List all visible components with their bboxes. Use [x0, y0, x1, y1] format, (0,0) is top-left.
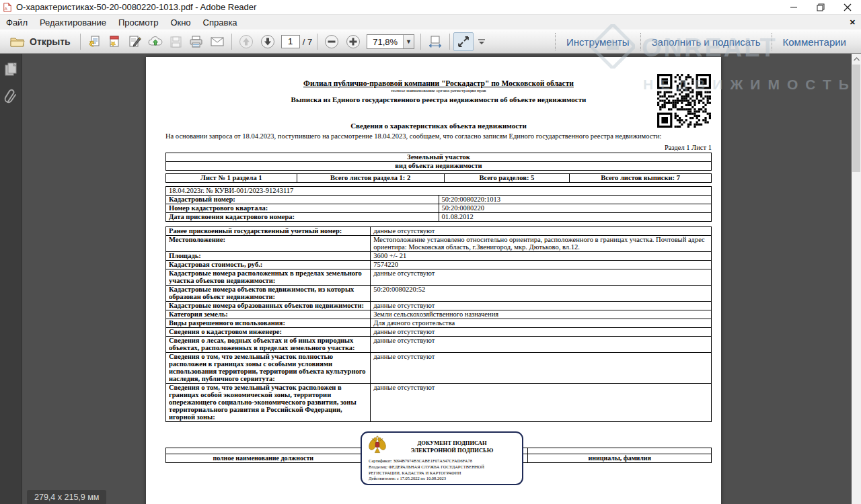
table-row: Номер кадастрового квартала:50:20:008022… [166, 204, 712, 213]
pdf-page[interactable]: Филиал публично-правовой компании "Роска… [146, 57, 721, 504]
table-row: Кадастровые номера расположенных в преде… [166, 269, 712, 286]
zoom-out-button[interactable] [321, 32, 342, 51]
menu-file[interactable]: Файл [0, 16, 34, 29]
table-row: вид объекта недвижимости [166, 162, 712, 171]
row-value: 3600 +/- 21 [371, 252, 712, 261]
sign-icon [128, 35, 141, 48]
row-label: Сведения о том, что земельный участок по… [166, 353, 371, 384]
row-label: Кадастровые номера объектов недвижимости… [166, 286, 371, 302]
document-viewport: Филиал публично-правовой компании "Роска… [0, 54, 861, 504]
fit-width-button[interactable] [424, 32, 446, 51]
request-paragraph: На основании запроса от 18.04.2023, пост… [165, 132, 712, 140]
email-button[interactable] [207, 32, 228, 51]
coat-of-arms-icon [367, 435, 387, 458]
document-title: Выписка из Единого государственного реес… [165, 95, 712, 103]
row-label: Ранее присвоенный государственный учетны… [166, 227, 371, 236]
separator [420, 34, 421, 50]
more-tools-button[interactable] [474, 32, 490, 51]
vertical-scrollbar[interactable] [852, 54, 861, 504]
open-button[interactable]: Открыть [4, 32, 77, 51]
share-icon [87, 35, 101, 48]
diagonal-arrows-icon [457, 35, 470, 48]
share-document-button[interactable] [84, 32, 104, 51]
adobe-pdf-icon: A [3, 3, 12, 12]
stamp-certificate: Сертификат: 3094B7974B3CABE1F07A347CFAD6… [369, 458, 517, 464]
previous-page-button[interactable] [235, 32, 257, 51]
table-row: Кадастровые номера образованных объектов… [166, 302, 712, 310]
table-row: 18.04.2023г. № КУВИ-001/2023-91243117 [166, 187, 712, 196]
menu-bar: Файл Редактирование Просмотр Окно Справк… [0, 15, 861, 30]
separator [449, 34, 450, 50]
minimize-button[interactable] [780, 0, 807, 14]
chevron-down-icon[interactable]: ▼ [403, 35, 414, 48]
identifiers-table: 18.04.2023г. № КУВИ-001/2023-91243117 Ка… [165, 186, 712, 222]
row-label: Местоположение: [166, 236, 371, 252]
row-value: данные отсутствуют [371, 337, 712, 353]
table-row: Площадь:3600 +/- 21 [166, 252, 712, 261]
row-value: Для дачного строительства [371, 319, 712, 328]
row-value: данные отсутствуют [371, 227, 712, 236]
table-row: Виды разрешенного использования:Для дачн… [166, 319, 712, 328]
comments-button[interactable]: Комментарии [772, 30, 857, 53]
save-button[interactable] [166, 32, 186, 51]
page-thumbnails-icon[interactable] [4, 62, 17, 79]
menu-window[interactable]: Окно [164, 16, 196, 29]
row-label: Дата присвоения кадастрового номера: [166, 213, 439, 222]
page-count-label: / 7 [303, 37, 312, 47]
object-type: Земельный участок [166, 153, 712, 162]
email-icon [210, 36, 225, 48]
page-up-icon [239, 34, 254, 49]
stamp-title-line2: ЭЛЕКТРОННОЙ ПОДПИСЬЮ [387, 447, 517, 454]
section-ref: Раздел 1 Лист 1 [165, 144, 712, 151]
row-label: Сведения о кадастровом инженере: [166, 328, 371, 337]
save-icon [170, 36, 182, 48]
pane-close-icon[interactable]: ✕ [850, 18, 856, 27]
print-button[interactable] [186, 32, 207, 51]
create-pdf-button[interactable] [104, 32, 124, 51]
overflow-chevron-icon [477, 38, 486, 46]
separator [80, 34, 81, 50]
table-row: Ранее присвоенный государственный учетны… [166, 227, 712, 236]
scrollbar-thumb[interactable] [852, 65, 860, 172]
row-value: 01.08.2012 [439, 213, 712, 222]
scroll-up-icon[interactable] [852, 54, 861, 64]
close-button[interactable] [834, 0, 861, 14]
menu-view[interactable]: Просмотр [112, 16, 164, 29]
sign-document-button[interactable] [124, 32, 145, 51]
row-value: Земли сельскохозяйственного назначения [371, 310, 712, 319]
row-label: Виды разрешенного использования: [166, 319, 371, 328]
menu-help[interactable]: Справка [197, 16, 244, 29]
tools-button[interactable]: Инструменты [556, 30, 640, 53]
fill-and-sign-button[interactable]: Заполнить и подписать [641, 30, 772, 53]
table-row: Сведения о кадастровом инженере:данные о… [166, 328, 712, 337]
digital-signature-stamp: ДОКУМЕНТ ПОДПИСАН ЭЛЕКТРОННОЙ ПОДПИСЬЮ С… [361, 431, 523, 485]
cloud-upload-button[interactable] [145, 32, 166, 51]
row-value: 50:20:0080220:1013 [439, 196, 712, 204]
create-pdf-icon [108, 35, 121, 48]
request-number: 18.04.2023г. № КУВИ-001/2023-91243117 [166, 187, 712, 196]
restore-button[interactable] [807, 0, 834, 14]
row-label: Сведения о том, что земельный участок ра… [166, 384, 371, 422]
row-label: Номер кадастрового квартала: [166, 204, 439, 213]
zoom-level-select[interactable]: 71,8% ▼ [367, 34, 414, 49]
next-page-button[interactable] [257, 32, 278, 51]
table-row: Сведения о том, что земельный участок ра… [166, 384, 712, 422]
stamp-owner-line2: РЕГИСТРАЦИИ, КАДАСТРА И КАРТОГРАФИИ [369, 470, 517, 476]
table-row: Местоположение:Местоположение установлен… [166, 236, 712, 252]
object-type-caption: вид объекта недвижимости [166, 162, 712, 171]
row-value: Местоположение установлено относительно … [371, 236, 712, 252]
open-button-label: Открыть [30, 36, 71, 47]
attachments-paperclip-icon[interactable] [3, 87, 18, 108]
table-row: Лист № 1 раздела 1 Всего листов раздела … [166, 174, 712, 183]
menu-edit[interactable]: Редактирование [34, 16, 112, 29]
sheets-summary-table: Лист № 1 раздела 1 Всего листов раздела … [165, 173, 712, 183]
row-label: Категория земель: [166, 310, 371, 319]
row-value: 50:20:0080220:52 [371, 286, 712, 302]
page-number-input[interactable]: 1 [281, 35, 300, 48]
reading-mode-button[interactable] [453, 32, 474, 51]
section-title: Сведения о характеристиках объекта недви… [165, 122, 712, 130]
row-value: данные отсутствуют [371, 328, 712, 337]
page-size-tooltip: 279,4 x 215,9 мм [27, 490, 106, 504]
toolbar: Открыть 1 / 7 71,8% ▼ [0, 30, 861, 54]
zoom-in-button[interactable] [342, 32, 364, 51]
